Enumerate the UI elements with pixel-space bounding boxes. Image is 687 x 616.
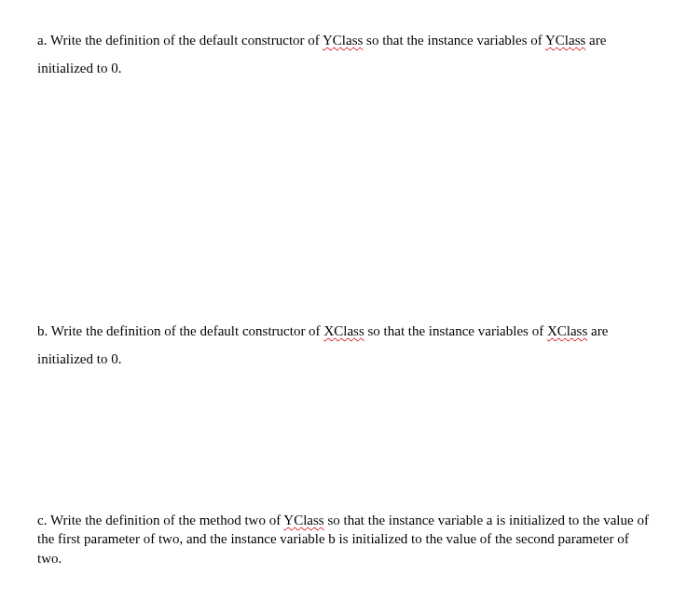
question-b-text: b. Write the definition of the default c… <box>37 317 650 373</box>
question-a-text: a. Write the definition of the default c… <box>37 26 650 82</box>
question-c: c. Write the definition of the method tw… <box>37 511 650 568</box>
question-b-t2: so that the instance variables of <box>364 323 547 338</box>
question-b: b. Write the definition of the default c… <box>37 317 650 373</box>
question-c-t1: Write the definition of the method two o… <box>50 513 283 527</box>
spell-error-yclass: YClass <box>283 513 323 527</box>
spell-error-yclass: YClass <box>323 33 363 48</box>
question-a-label: a. <box>37 33 47 48</box>
spell-error-xclass: XClass <box>323 323 364 338</box>
question-a: a. Write the definition of the default c… <box>37 26 650 82</box>
question-c-text: c. Write the definition of the method tw… <box>37 511 650 568</box>
spell-error-xclass: XClass <box>547 323 587 338</box>
question-a-t2: so that the instance variables of <box>363 33 545 48</box>
spell-error-yclass: YClass <box>545 33 585 48</box>
question-c-label: c. <box>37 513 47 527</box>
question-b-t1: Write the definition of the default cons… <box>51 323 324 338</box>
question-b-label: b. <box>37 323 48 338</box>
question-a-t1: Write the definition of the default cons… <box>50 33 323 48</box>
